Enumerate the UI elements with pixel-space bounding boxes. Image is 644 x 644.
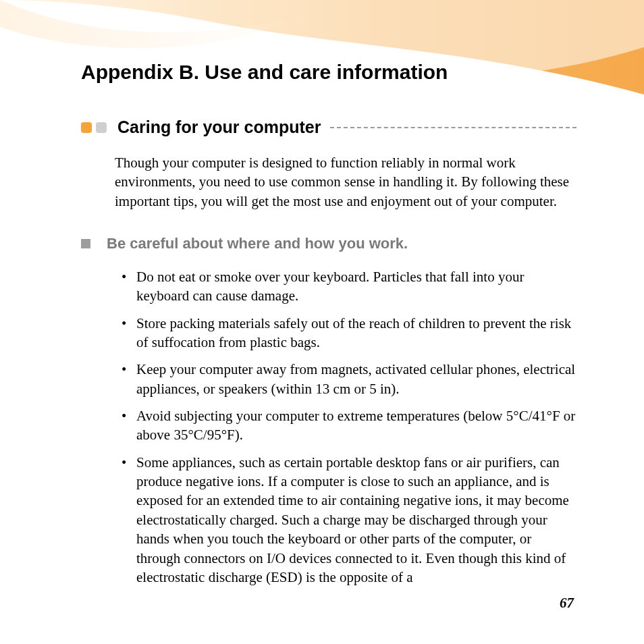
list-item: Do not eat or smoke over your keyboard. … [122, 267, 576, 306]
section-bullets [81, 122, 107, 133]
list-item: Some appliances, such as certain portabl… [122, 453, 576, 587]
square-bullet-icon [81, 239, 90, 248]
bullet-orange-icon [81, 122, 92, 133]
list-item: Avoid subjecting your computer to extrem… [122, 406, 576, 445]
section-intro: Though your computer is designed to func… [115, 153, 576, 211]
list-item: Keep your computer away from magnets, ac… [122, 360, 576, 398]
list-item: Store packing materials safely out of th… [122, 314, 576, 352]
bullet-grey-icon [96, 122, 107, 133]
tips-list: Do not eat or smoke over your keyboard. … [122, 267, 576, 587]
page-number: 67 [560, 595, 574, 612]
subsection-title: Be careful about where and how you work. [107, 235, 408, 252]
page-title: Appendix B. Use and care information [81, 61, 576, 84]
section-divider [330, 127, 576, 128]
section-header: Caring for your computer [81, 117, 576, 137]
section-title: Caring for your computer [117, 117, 321, 137]
subsection-header: Be careful about where and how you work. [81, 235, 576, 252]
